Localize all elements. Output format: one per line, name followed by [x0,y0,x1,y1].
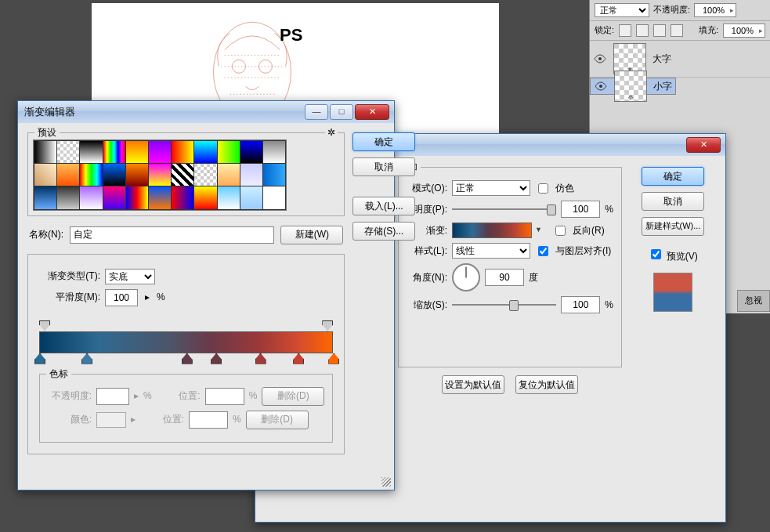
preset-swatch[interactable] [172,186,193,208]
color-stop[interactable] [34,353,45,364]
blend-mode-select[interactable]: 正常 [595,3,649,17]
preset-swatch[interactable] [80,141,102,163]
preset-swatch[interactable] [126,141,148,163]
dither-label: 仿色 [555,183,574,194]
preset-swatch[interactable] [149,186,171,208]
make-default-button[interactable]: 设置为默认值 [442,375,504,394]
preset-swatch[interactable] [240,164,262,186]
stop-opacity-label: 不透明度: [48,390,92,401]
preview-label: 预览(V) [667,251,698,262]
angle-input[interactable] [485,269,524,286]
cancel-button[interactable]: 取消 [352,157,415,176]
layer-row[interactable]: 小 小字 [590,78,676,95]
preset-swatch[interactable] [172,141,193,163]
gradient-swatch[interactable] [452,223,532,238]
preset-swatch[interactable] [149,141,171,163]
preview-swatch [653,273,692,312]
preset-swatch[interactable] [80,186,102,208]
gradient-style-select[interactable]: 线性 [452,243,530,259]
reset-default-button[interactable]: 复位为默认值 [515,375,578,394]
cancel-button[interactable]: 取消 [642,192,704,211]
visibility-icon[interactable] [593,52,607,66]
ok-button[interactable]: 确定 [642,167,704,186]
opacity-slider[interactable] [452,204,556,214]
save-button[interactable]: 存储(S)... [352,222,415,241]
color-stop[interactable] [182,353,193,364]
lock-transparency-icon[interactable] [619,24,631,37]
canvas-text: PS [280,25,302,45]
layer-thumbnail: 小 [614,71,647,102]
angle-dial[interactable] [452,263,480,291]
blend-mode-select[interactable]: 正常 [452,180,530,196]
preset-swatch[interactable] [218,186,240,208]
maximize-button[interactable]: □ [330,104,353,120]
smoothness-input[interactable] [105,289,138,306]
preset-swatch[interactable] [34,186,56,208]
reverse-checkbox[interactable] [555,226,566,236]
ignore-tab[interactable]: 忽视 [737,290,770,312]
preset-swatch[interactable] [57,186,79,208]
opacity-input[interactable] [561,201,600,218]
scale-input[interactable] [561,296,600,313]
preset-swatch[interactable] [194,164,216,186]
preset-swatch[interactable] [240,141,262,163]
opacity-stop[interactable] [322,320,333,331]
lock-all-icon[interactable] [671,24,683,37]
new-button[interactable]: 新建(W) [280,226,343,244]
preset-swatch[interactable] [34,141,56,163]
preset-swatch[interactable] [218,141,240,163]
preset-swatch[interactable] [240,186,262,208]
preset-swatch[interactable] [126,164,148,186]
delete-stop-button: 删除(D) [246,411,309,429]
color-stop[interactable] [211,353,222,364]
stop-color-swatch [96,412,126,428]
dither-checkbox[interactable] [538,183,548,194]
new-style-button[interactable]: 新建样式(W)... [642,217,704,236]
preset-swatch[interactable] [263,164,285,186]
fill-value[interactable]: 100% [723,24,765,38]
preview-checkbox[interactable] [651,249,661,259]
load-button[interactable]: 载入(L)... [352,197,415,215]
preset-swatch[interactable] [263,141,285,163]
close-button[interactable]: ✕ [355,104,389,120]
layer-name[interactable]: 大字 [653,53,671,64]
preset-swatch[interactable] [80,164,102,186]
align-checkbox[interactable] [538,246,548,256]
color-stop[interactable] [293,353,304,364]
gear-icon[interactable]: ✲ [325,127,338,138]
preset-swatch[interactable] [126,186,148,208]
window-title: 渐变编辑器 [24,106,75,118]
preset-swatch[interactable] [194,141,216,163]
gradient-type-select[interactable]: 实底 [105,269,155,284]
titlebar[interactable]: 渐变编辑器 — □ ✕ [18,101,394,123]
preset-swatch[interactable] [149,164,171,186]
opacity-label: 不透明度: [653,5,690,15]
ok-button[interactable]: 确定 [352,132,415,151]
preset-swatch[interactable] [103,186,125,208]
resize-handle[interactable] [381,477,391,487]
preset-swatch[interactable] [218,164,240,186]
preset-grid [33,139,287,211]
preset-swatch[interactable] [194,186,216,208]
preset-swatch[interactable] [103,164,125,186]
preset-swatch[interactable] [172,164,193,186]
color-stop[interactable] [255,353,266,364]
preset-swatch[interactable] [263,186,285,208]
preset-swatch[interactable] [103,141,125,163]
scale-slider[interactable] [452,300,556,309]
lock-pixels-icon[interactable] [636,24,649,37]
minimize-button[interactable]: — [305,104,328,120]
close-button[interactable]: ✕ [686,137,721,153]
gradient-name-input[interactable] [70,226,274,244]
opacity-stop[interactable] [39,320,50,331]
opacity-value[interactable]: 100% [694,3,736,17]
gradient-bar[interactable] [39,331,333,353]
lock-position-icon[interactable] [653,24,666,37]
layer-name[interactable]: 小字 [653,81,672,92]
preset-swatch[interactable] [34,164,56,186]
visibility-icon[interactable] [594,79,608,93]
preset-swatch[interactable] [57,164,79,186]
color-stop[interactable] [328,353,339,364]
color-stop[interactable] [81,353,92,364]
preset-swatch[interactable] [57,141,79,163]
